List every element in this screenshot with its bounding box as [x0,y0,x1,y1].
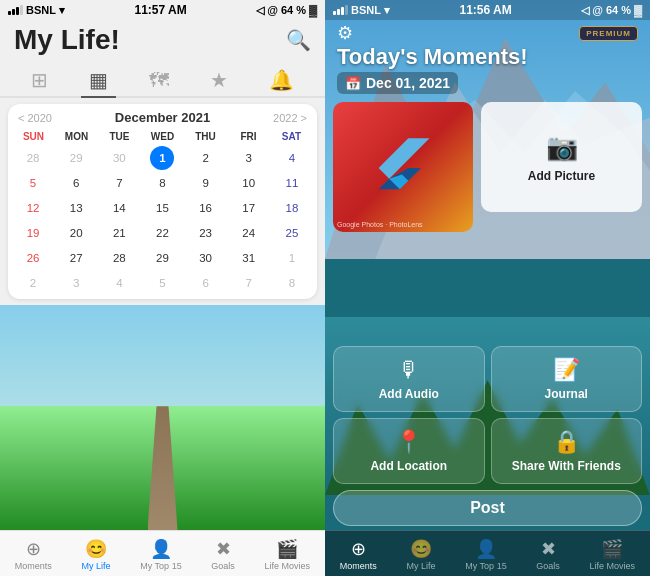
add-audio-icon: 🎙 [398,357,420,383]
tab-map[interactable]: 🗺 [141,65,177,98]
settings-row: ⚙ PREMIUM [337,22,638,44]
lifemovies-icon-right: 🎬 [601,538,623,560]
calendar-day[interactable]: 24 [237,221,261,245]
tab-moments-left[interactable]: ⊕ Moments [15,538,52,571]
calendar-day[interactable]: 6 [64,171,88,195]
calendar-day[interactable]: 18 [280,196,304,220]
status-right-left: ◁ @ 64% ▓ [256,4,317,17]
status-carrier-left: BSNL ▾ [8,4,65,17]
journal-button[interactable]: 📝 Journal [491,346,643,412]
calendar-day[interactable]: 28 [107,246,131,270]
calendar-day[interactable]: 1 [150,146,174,170]
calendar-day[interactable]: 28 [21,146,45,170]
calendar-day[interactable]: 22 [150,221,174,245]
tab-top15-left[interactable]: 👤 My Top 15 [140,538,181,571]
calendar-day[interactable]: 6 [194,271,218,295]
wd-sun: SUN [12,129,55,144]
tab-goals-right[interactable]: ✖ Goals [536,538,560,571]
tab-calendar[interactable]: ▦ [81,64,116,98]
photo-area[interactable]: Google Photos · PhotoLens [333,102,473,232]
calendar-day[interactable]: 30 [194,246,218,270]
next-year[interactable]: 2022 > [273,112,307,124]
top15-icon-left: 👤 [150,538,172,560]
calendar-day[interactable]: 5 [21,171,45,195]
top15-icon-right: 👤 [475,538,497,560]
calendar-day[interactable]: 4 [107,271,131,295]
mylife-label-right: My Life [407,561,436,571]
add-picture-button[interactable]: 📷 Add Picture [481,102,642,212]
add-picture-icon: 📷 [546,132,578,163]
calendar-day[interactable]: 7 [107,171,131,195]
calendar-day[interactable]: 29 [64,146,88,170]
add-location-button[interactable]: 📍 Add Location [333,418,485,484]
tab-bell[interactable]: 🔔 [261,64,302,98]
calendar-day[interactable]: 31 [237,246,261,270]
calendar-day[interactable]: 3 [237,146,261,170]
calendar-day[interactable]: 27 [64,246,88,270]
post-button[interactable]: Post [333,490,642,526]
calendar-day[interactable]: 23 [194,221,218,245]
tab-top15-right[interactable]: 👤 My Top 15 [465,538,506,571]
share-button[interactable]: 🔒 Share With Friends [491,418,643,484]
search-icon[interactable]: 🔍 [286,28,311,52]
calendar-day[interactable]: 16 [194,196,218,220]
calendar-day[interactable]: 17 [237,196,261,220]
calendar-day[interactable]: 19 [21,221,45,245]
tab-grid[interactable]: ⊞ [23,64,56,98]
battery-icon-right: ▓ [634,4,642,16]
premium-badge: PREMIUM [579,26,638,41]
journal-icon: 📝 [553,357,580,383]
calendar-day[interactable]: 12 [21,196,45,220]
calendar-day[interactable]: 7 [237,271,261,295]
wifi-icon-right: ▾ [384,4,390,17]
tab-mylife-left[interactable]: 😊 My Life [82,538,111,571]
mylife-icon-right: 😊 [410,538,432,560]
battery-pct-left: 64 [281,4,293,16]
calendar-day[interactable]: 2 [194,146,218,170]
calendar-day[interactable]: 26 [21,246,45,270]
settings-icon[interactable]: ⚙ [337,22,353,44]
share-icon: 🔒 [553,429,580,455]
calendar-day[interactable]: 3 [64,271,88,295]
tab-lifemovies-left[interactable]: 🎬 Life Movies [265,538,311,571]
status-bar-left: BSNL ▾ 11:57 AM ◁ @ 64% ▓ [0,0,325,20]
calendar-day[interactable]: 30 [107,146,131,170]
calendar-day[interactable]: 29 [150,246,174,270]
calendar-day[interactable]: 9 [194,171,218,195]
calendar-day[interactable]: 25 [280,221,304,245]
month-year: December 2021 [115,110,210,125]
calendar-day[interactable]: 4 [280,146,304,170]
calendar-day[interactable]: 11 [280,171,304,195]
tab-mylife-right[interactable]: 😊 My Life [407,538,436,571]
location-icon-left: ◁ [256,4,264,17]
calendar-day[interactable]: 13 [64,196,88,220]
calendar-day[interactable]: 5 [150,271,174,295]
tab-star[interactable]: ★ [202,64,236,98]
calendar-day[interactable]: 21 [107,221,131,245]
calendar-day[interactable]: 1 [280,246,304,270]
calendar-day[interactable]: 2 [21,271,45,295]
middle-section: Google Photos · PhotoLens 📷 Add Picture [325,98,650,342]
right-panel: BSNL ▾ 11:56 AM ◁ @ 64% ▓ ⚙ PREMIUM Toda… [325,0,650,576]
prev-year[interactable]: < 2020 [18,112,52,124]
bottom-tabs-right: ⊕ Moments 😊 My Life 👤 My Top 15 ✖ Goals … [325,530,650,576]
wd-mon: MON [55,129,98,144]
wd-fri: FRI [227,129,270,144]
calendar-day[interactable]: 8 [150,171,174,195]
battery-pct-right: 64 [606,4,618,16]
signal-icon-left [8,5,23,15]
calendar-day[interactable]: 20 [64,221,88,245]
time-right: 11:56 AM [459,3,511,17]
tab-lifemovies-right[interactable]: 🎬 Life Movies [590,538,636,571]
actions-grid: 🎙 Add Audio 📝 Journal 📍 Add Location 🔒 S… [325,342,650,490]
mylife-label-left: My Life [82,561,111,571]
calendar-day[interactable]: 14 [107,196,131,220]
lifemovies-icon-left: 🎬 [276,538,298,560]
calendar-day[interactable]: 10 [237,171,261,195]
date-badge: 📅 Dec 01, 2021 [337,72,458,94]
add-audio-button[interactable]: 🎙 Add Audio [333,346,485,412]
calendar-day[interactable]: 15 [150,196,174,220]
tab-moments-right[interactable]: ⊕ Moments [340,538,377,571]
tab-goals-left[interactable]: ✖ Goals [211,538,235,571]
calendar-day[interactable]: 8 [280,271,304,295]
